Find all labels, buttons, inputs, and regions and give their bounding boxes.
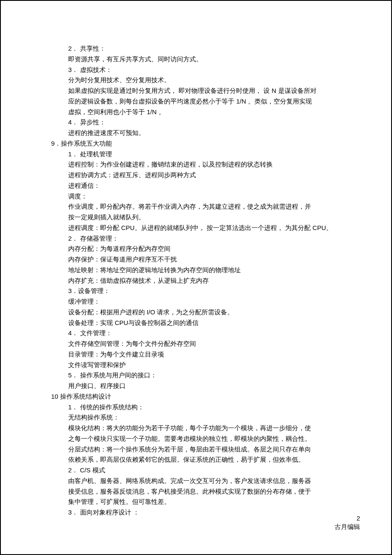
text-line: 按一定规则插入就绪队列。 bbox=[34, 212, 358, 223]
text-line: 进程的推进速度不可预知。 bbox=[34, 128, 358, 138]
text-line: 分层式结构：将一个操作系统分为若干层，每层由若干模块组成。各层之间只存在单向 bbox=[34, 444, 358, 455]
text-line: 内存保护：保证每道用户程序互不干扰 bbox=[34, 254, 358, 265]
text-line: 3． 面向对象程序设计 ： bbox=[34, 507, 358, 518]
text-line: 调度： bbox=[34, 191, 358, 202]
text-line: 模块化结构：将大的功能分为若干子功能，每个子功能为一个模块，再进一步细分，使 bbox=[34, 423, 358, 434]
text-line: 接受信息，服务器反馈消息，客户机接受消息。此种模式实现了数据的分布存储，便于 bbox=[34, 486, 358, 497]
text-line: 如果虚拟的实现是通过时分复用方式， 即对物理设备进行分时使用， 设 N 是谋设备… bbox=[34, 86, 358, 96]
text-line: 之每一个模块只实现一个子功能。需要考虑模块的独立性，即模块的内聚性，耦合性。 bbox=[34, 434, 358, 444]
text-line: 用户接口、程序接口 bbox=[34, 381, 358, 391]
text-line: 2． 存储器管理： bbox=[34, 233, 358, 244]
text-line: 1． 传统的操作系统结构： bbox=[34, 402, 358, 413]
text-line: 目录管理：为每个文件建立目录项 bbox=[34, 349, 358, 360]
text-line: 10 操作系统结构设计 bbox=[34, 391, 358, 402]
text-line: 9．操作系统五大功能 bbox=[34, 138, 358, 149]
text-line: 内存分配：为每道程序分配内存空间 bbox=[34, 244, 358, 254]
text-line: 内存扩充：借助虚拟存储技术，从逻辑上扩充内存 bbox=[34, 276, 358, 286]
page-author: 古月编辑 bbox=[334, 523, 360, 531]
text-line: 进程协调方式：进程互斥、进程同步两种方式 bbox=[34, 170, 358, 181]
text-line: 5． 操作系统与用户间的接口： bbox=[34, 370, 358, 381]
text-line: 进程调度：即分配 CPU。从进程的就绪队列中， 按一定算法选出一个进程， 为其分… bbox=[34, 223, 358, 233]
text-line: 由客户机、服务器、网络系统构成。完成一次交互可分为，客户发送请求信息，服务器 bbox=[34, 476, 358, 486]
text-line: 虚拟，空间利用也小于等于 1/N 。 bbox=[34, 107, 358, 118]
text-line: 进程控制：为作业创建进程，撤销结束的进程，以及控制进程的状态转换 bbox=[34, 159, 358, 170]
text-line: 分为时分复用技术、空分复用技术。 bbox=[34, 75, 358, 86]
text-line: 文件读写管理和保护 bbox=[34, 360, 358, 371]
text-line: 设备分配：根据用户进程的 I/O 请求，为之分配所需设备。 bbox=[34, 307, 358, 318]
text-line: 4． 文件管理： bbox=[34, 328, 358, 339]
text-line: 缓冲管理： bbox=[34, 296, 358, 307]
text-line: 依赖关系，即高层仅依赖紧邻它的低层。保证系统的正确性，易于扩展，但效率低。 bbox=[34, 454, 358, 465]
text-line: 设备处理：实现 CPU与设备控制器之间的通信 bbox=[34, 318, 358, 328]
page-inner-frame: 2． 共享性：即资源共享，有互斥共享方式、同时访问方式。3． 虚拟技术：分为时分… bbox=[9, 14, 383, 546]
text-line: 作业调度，即分配内存。将若干作业调入内存，为其建立进程，使之成为就需进程，并 bbox=[34, 201, 358, 212]
text-line: 文件存储空间管理：为每个文件分配外存空间 bbox=[34, 339, 358, 349]
text-line: 进程通信： bbox=[34, 181, 358, 191]
text-line: 3．设备管理： bbox=[34, 286, 358, 296]
page-outer-frame: 2． 共享性：即资源共享，有互斥共享方式、同时访问方式。3． 虚拟技术：分为时分… bbox=[0, 0, 392, 555]
text-line: 2． C/S 模式 bbox=[34, 465, 358, 476]
text-line: 3． 虚拟技术： bbox=[34, 65, 358, 75]
text-line: 1． 处理机管理 bbox=[34, 149, 358, 160]
text-line: 集中管理，可扩展性。但可靠性差。 bbox=[34, 497, 358, 507]
text-line: 4． 异步性： bbox=[34, 117, 358, 128]
text-line: 应的逻辑设备数，则每台虚拟设备的平均速度必然小于等于 1/N 。类似，空分复用实… bbox=[34, 96, 358, 107]
text-line: 2． 共享性： bbox=[34, 43, 358, 54]
page-content: 2． 共享性：即资源共享，有互斥共享方式、同时访问方式。3． 虚拟技术：分为时分… bbox=[34, 43, 358, 518]
page-number: 2 bbox=[357, 515, 360, 522]
text-line: 无结构操作系统： bbox=[34, 412, 358, 423]
text-line: 地址映射：将地址空间的逻辑地址转换为内存空间的物理地址 bbox=[34, 265, 358, 276]
text-line: 即资源共享，有互斥共享方式、同时访问方式。 bbox=[34, 54, 358, 65]
